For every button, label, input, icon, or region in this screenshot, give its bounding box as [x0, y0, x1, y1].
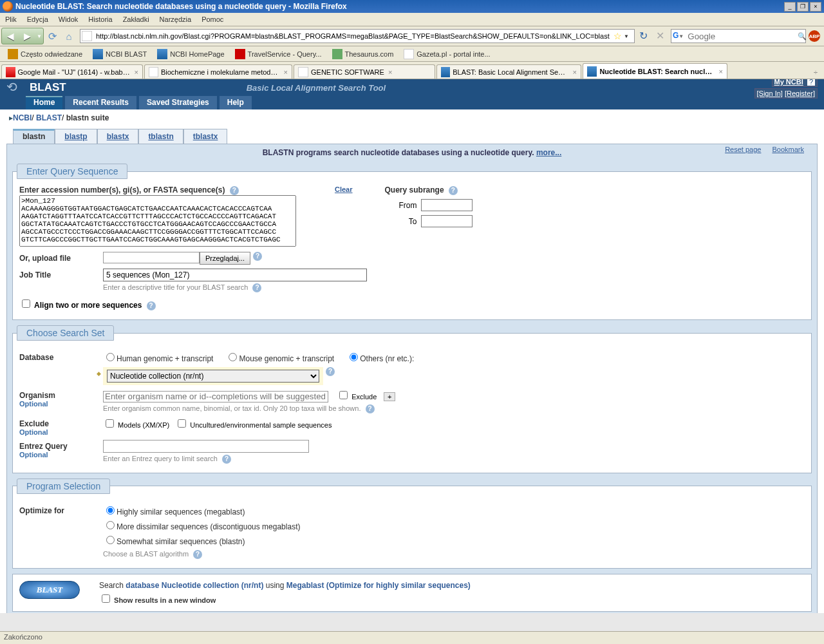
tab-biochem[interactable]: Biochemiczne i molekularne metody ba... … — [144, 64, 292, 79]
tab-overflow-icon[interactable]: ÷ — [809, 66, 823, 79]
more-link[interactable]: more... — [536, 148, 561, 157]
back-button[interactable]: ◀ — [2, 28, 19, 44]
exclude-uncultured-checkbox[interactable] — [178, 419, 186, 428]
add-organism-button[interactable]: + — [384, 392, 395, 401]
nav-recent[interactable]: Recent Results — [65, 96, 136, 109]
to-input[interactable] — [421, 215, 473, 227]
forward-button[interactable]: ▶ — [19, 28, 35, 44]
menu-edit[interactable]: Edycja — [22, 14, 53, 24]
bookmark-link[interactable]: Bookmark — [772, 146, 804, 153]
bookmark-star-icon[interactable]: ☆ — [613, 31, 624, 41]
ncbi-icon — [441, 67, 450, 77]
tab-genetic[interactable]: GENETIC SOFTWARE × — [294, 64, 435, 79]
tab-blastx[interactable]: blastx — [97, 129, 139, 144]
tab-blastp[interactable]: blastp — [55, 129, 97, 144]
organism-input[interactable] — [103, 391, 328, 402]
close-button[interactable]: × — [810, 2, 821, 12]
blast-button[interactable]: BLAST — [19, 581, 80, 599]
menu-view[interactable]: Widok — [53, 14, 84, 24]
myncbi-label[interactable]: My NCBI — [774, 79, 803, 86]
align-checkbox[interactable] — [22, 299, 30, 308]
new-window-checkbox[interactable] — [102, 594, 110, 603]
register-link[interactable]: [Register] — [785, 90, 815, 97]
menu-file[interactable]: Plik — [0, 14, 22, 24]
help-icon[interactable]: ? — [326, 367, 335, 376]
nav-home[interactable]: Home — [26, 96, 62, 109]
query-textarea[interactable]: >Mon_127 ACAAAAGGGGTGGTAATGGACTGAGCATCTG… — [19, 195, 296, 247]
reset-link[interactable]: Reset page — [725, 146, 761, 153]
tab-gmail[interactable]: Google Mail - "UJ" (1614) - w.babik76...… — [1, 64, 143, 79]
bm-gazeta[interactable]: Gazeta.pl - portal inte... — [398, 48, 495, 61]
exclude-models-checkbox[interactable] — [106, 419, 114, 428]
tab-close-icon[interactable]: × — [719, 68, 723, 75]
tab-blast-basic[interactable]: BLAST: Basic Local Alignment Search T...… — [436, 64, 581, 79]
tab-label: Biochemiczne i molekularne metody ba... — [161, 68, 280, 76]
tab-close-icon[interactable]: × — [135, 68, 138, 76]
minimize-button[interactable]: _ — [784, 2, 796, 12]
choose-algo-hint: Choose a BLAST algorithm — [103, 550, 189, 558]
signin-link[interactable]: [Sign In] — [757, 90, 783, 97]
help-icon[interactable]: ? — [222, 455, 231, 464]
bm-ncbi-blast[interactable]: NCBI BLAST — [88, 48, 152, 61]
radio-others[interactable] — [350, 353, 358, 361]
tab-tblastx[interactable]: tblastx — [183, 129, 228, 144]
maximize-button[interactable]: ❐ — [797, 2, 809, 12]
help-icon[interactable]: ? — [807, 79, 815, 86]
home-button[interactable]: ⌂ — [62, 29, 76, 43]
jobtitle-input[interactable] — [103, 269, 367, 281]
file-input[interactable] — [103, 252, 200, 263]
tab-blastn[interactable]: blastn — [13, 129, 55, 144]
help-icon[interactable]: ? — [147, 301, 156, 310]
exclude-org-checkbox[interactable] — [339, 391, 348, 399]
history-dropdown[interactable]: ▼ — [35, 28, 43, 44]
radio-human[interactable] — [106, 353, 115, 361]
help-icon[interactable]: ? — [252, 283, 261, 292]
menu-history[interactable]: Historia — [83, 14, 117, 24]
browse-button[interactable]: Przeglądaj... — [200, 252, 250, 265]
nav-help[interactable]: Help — [220, 96, 252, 109]
help-icon[interactable]: ? — [253, 252, 262, 261]
search-go-icon[interactable]: 🔍 — [798, 32, 807, 41]
menu-bookmarks[interactable]: Zakładki — [118, 14, 154, 24]
optional-label: Optional — [19, 400, 103, 408]
entrez-input[interactable] — [103, 440, 309, 453]
help-icon[interactable]: ? — [193, 550, 202, 559]
search-box[interactable]: ▼ 🔍 — [671, 29, 806, 43]
radio-blastn[interactable] — [106, 536, 115, 544]
help-icon[interactable]: ? — [230, 186, 239, 195]
bm-frequent[interactable]: Często odwiedzane — [3, 48, 88, 61]
tab-close-icon[interactable]: × — [573, 68, 577, 76]
blast-logo-icon: ⟲ — [6, 79, 26, 96]
from-input[interactable] — [421, 199, 473, 211]
radio-megablast[interactable] — [106, 506, 115, 515]
db-link[interactable]: database Nucleotide collection (nr/nt) — [126, 581, 263, 590]
bm-travel[interactable]: TravelService - Query... — [230, 48, 327, 61]
radio-mouse[interactable] — [229, 353, 237, 361]
tab-close-icon[interactable]: × — [284, 68, 288, 76]
bc-ncbi[interactable]: NCBI — [13, 113, 32, 122]
bm-thesaurus[interactable]: Thesaurus.com — [327, 48, 399, 61]
algo-link[interactable]: Megablast (Optimize for highly similar s… — [286, 581, 471, 590]
radio-disc[interactable] — [106, 521, 115, 529]
tab-tblastn[interactable]: tblastn — [138, 129, 183, 144]
nav-saved[interactable]: Saved Strategies — [139, 96, 217, 109]
bc-blast[interactable]: BLAST — [36, 113, 62, 122]
url-dropdown-icon[interactable]: ▼ — [624, 33, 633, 39]
help-icon[interactable]: ? — [449, 186, 458, 195]
tab-close-icon[interactable]: × — [388, 68, 392, 76]
stop-button[interactable]: ✕ — [656, 30, 669, 43]
menu-help[interactable]: Pomoc — [196, 14, 229, 24]
menu-tools[interactable]: Narzędzia — [154, 14, 197, 24]
ncbi-nav: Home Recent Results Saved Strategies Hel… — [0, 96, 824, 109]
tab-nucleotide-blast[interactable]: Nucleotide BLAST: Search nucleo... × — [583, 63, 727, 79]
search-input[interactable] — [686, 31, 798, 42]
reload-alt-button[interactable]: ⟳ — [45, 29, 59, 43]
clear-link[interactable]: Clear — [335, 185, 353, 193]
database-select[interactable]: Nucleotide collection (nr/nt) — [107, 370, 319, 383]
adblock-icon[interactable]: ABP — [809, 30, 820, 42]
url-input[interactable] — [95, 32, 613, 41]
help-icon[interactable]: ? — [366, 404, 375, 413]
bm-ncbi-home[interactable]: NCBI HomePage — [152, 48, 229, 61]
reload-button[interactable]: ↻ — [639, 30, 652, 43]
url-bar[interactable]: ☆ ▼ — [80, 29, 635, 43]
